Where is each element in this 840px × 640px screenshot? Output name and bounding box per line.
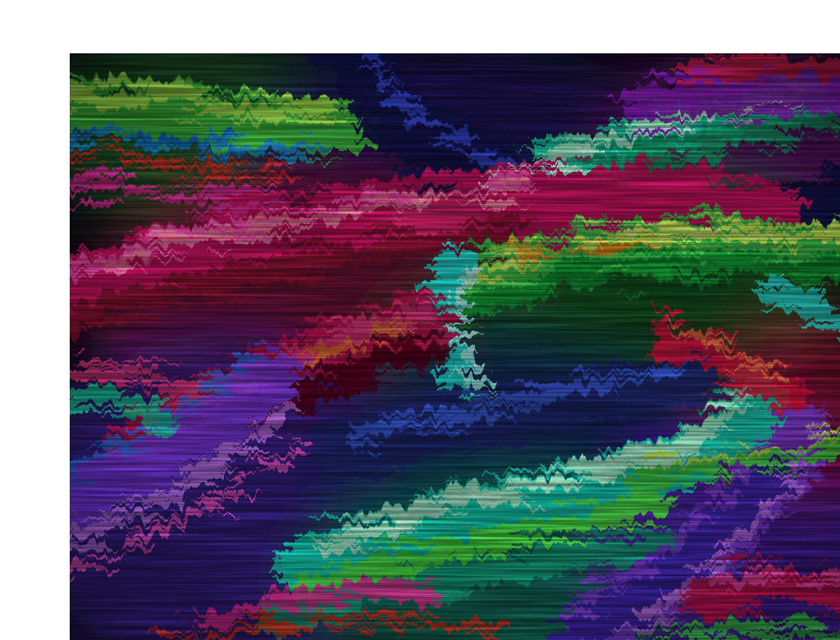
fractal-artwork-image — [70, 53, 840, 640]
ruler-top-cm — [70, 31, 840, 55]
fabric-tile-preview — [70, 53, 840, 640]
ruler-left-inch — [45, 53, 71, 640]
